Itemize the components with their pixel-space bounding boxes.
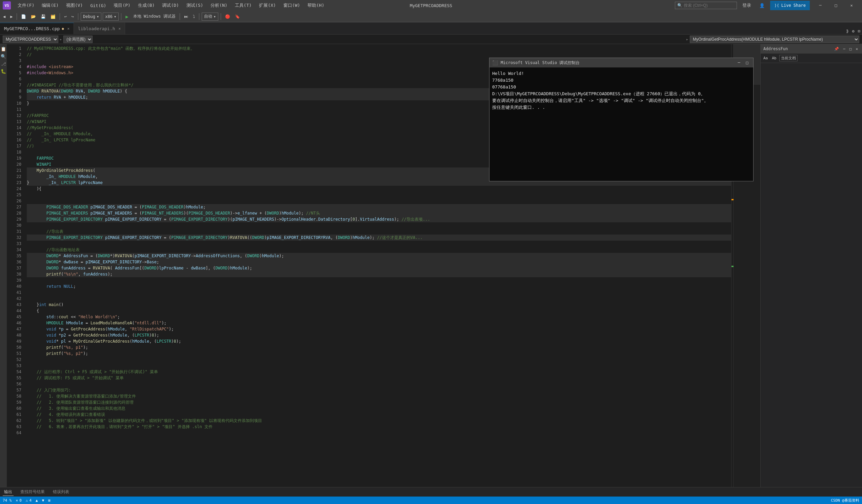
menu-item-b[interactable]: 生成(B) (134, 1, 158, 10)
line-number-58: 58 (7, 393, 21, 399)
rp-btn-aa[interactable]: Aa (762, 55, 769, 61)
menu-item-v[interactable]: 视图(V) (63, 1, 86, 10)
title-bar-left: VS 文件(F)编辑(E)视图(V)Git(G)项目(P)生成(B)调试(D)测… (3, 1, 328, 10)
maximize-button[interactable]: □ (828, 0, 844, 11)
function-dropdown[interactable]: MyOrdinalGetProcAddress(HMODULE hModule,… (690, 36, 859, 43)
save-all-button[interactable]: 🗂️ (49, 14, 57, 19)
forward-button[interactable]: ▶ (9, 14, 14, 19)
line-number-1: 1 (7, 45, 21, 52)
line-numbers: 1234567891011121314151617181920212223242… (7, 44, 25, 487)
code-line-45: std::cout << "Hello World!\n"; (27, 314, 733, 320)
save-button[interactable]: 💾 (39, 14, 48, 19)
open-file-button[interactable]: 📂 (29, 14, 38, 19)
nav-down[interactable]: ▼ (42, 498, 44, 503)
console-window[interactable]: ⬛ Microsoft Visual Studio 调试控制台 ─ □ Hell… (489, 58, 754, 181)
bookmark-button[interactable]: 🔖 (233, 14, 242, 19)
right-panel-maximize[interactable]: □ (848, 46, 853, 52)
code-line-46: HMODULE hModule = LoadModuleHandleA("ntd… (27, 320, 733, 326)
auto-dropdown[interactable]: 自动 ▾ (202, 13, 218, 21)
profile-icon[interactable]: 👤 (757, 2, 768, 10)
close-button[interactable]: ✕ (844, 0, 859, 11)
menu-item-d[interactable]: 调试(D) (159, 1, 182, 10)
line-number-42: 42 (7, 295, 21, 302)
warning-count[interactable]: ⚠ 4 (26, 498, 31, 503)
toolbar: ◀ ▶ 📄 📂 💾 🗂️ ↩ ↪ Debug ▾ x86 ▾ ▶ 本地 Wind… (0, 11, 862, 22)
line-number-51: 51 (7, 350, 21, 357)
loc-separator-1: ▸ (60, 37, 62, 42)
menu-item-s[interactable]: 测试(S) (183, 1, 206, 10)
tab-error-list[interactable]: 错误列表 (52, 488, 70, 495)
menu-item-e[interactable]: 编辑(E) (38, 1, 62, 10)
scope-dropdown[interactable]: (全局范围) (63, 36, 93, 43)
redo-button[interactable]: ↪ (70, 14, 76, 19)
tab-1-close[interactable]: ✕ (119, 26, 121, 31)
line-number-52: 52 (7, 357, 21, 363)
rp-btn-ab[interactable]: Ab (770, 55, 778, 61)
step-over-button[interactable]: ⏭ (182, 14, 190, 19)
tab-1[interactable]: libloaderapi.h ✕ (74, 23, 125, 34)
console-line: 07768a150 (492, 84, 750, 91)
menu-item-p[interactable]: 项目(P) (110, 1, 133, 10)
menu-item-f[interactable]: 文件(F) (14, 1, 38, 10)
line-number-61: 61 (7, 411, 21, 417)
activity-git[interactable]: ⎇ (0, 60, 7, 67)
right-panel-minimize[interactable]: ─ (842, 46, 847, 52)
run-label[interactable]: 本地 Windows 调试器 (131, 13, 177, 20)
undo-button[interactable]: ↩ (62, 14, 68, 19)
line-number-21: 21 (7, 168, 21, 174)
tab-find-symbols[interactable]: 查找符号结果 (19, 488, 46, 495)
error-count[interactable]: ✕ 0 (16, 498, 22, 503)
location-bar: MyGETPRCOADDRESS ▸ (全局范围) ▸ MyOrdinalGet… (0, 35, 862, 44)
tab-0-close[interactable]: ✕ (67, 26, 69, 31)
start-button[interactable]: ▶ (124, 13, 130, 20)
code-line-39 (27, 277, 733, 283)
tab-0[interactable]: MyGETPRCO...DRESS.cpp ● ✕ (0, 23, 74, 34)
rp-btn-doc[interactable]: 当前文档 (779, 55, 798, 61)
code-line-38: printf("%s\n", funAddress); (27, 271, 733, 277)
nav-expand[interactable]: ⊠ (48, 498, 51, 503)
minimize-button[interactable]: ─ (812, 0, 828, 11)
right-panel-pin[interactable]: 📌 (833, 46, 840, 52)
line-number-59: 59 (7, 399, 21, 406)
activity-debug[interactable]: 🐛 (0, 68, 7, 75)
code-line-32: PIMAGE_EXPORT_DIRECTORY pIMAGE_EXPORT_DI… (27, 235, 733, 241)
line-number-5: 5 (7, 70, 21, 76)
tab-settings-button[interactable]: ⚙ (850, 28, 856, 34)
tab-1-label: libloaderapi.h (78, 26, 115, 31)
project-dropdown[interactable]: MyGETPRCOADDRESS (3, 36, 58, 43)
search-input[interactable] (684, 3, 734, 8)
breakpoint-button[interactable]: 🔴 (223, 14, 232, 19)
activity-search[interactable]: 🔍 (0, 53, 7, 59)
menu-item-n[interactable]: 分析(N) (207, 1, 231, 10)
line-number-53: 53 (7, 363, 21, 369)
tab-more-button[interactable]: ⟫ (844, 28, 850, 34)
back-button[interactable]: ◀ (1, 14, 7, 19)
line-number-49: 49 (7, 338, 21, 344)
nav-up[interactable]: ▲ (36, 498, 38, 503)
menu-item-x[interactable]: 扩展(X) (256, 1, 279, 10)
code-line-59: // 2. 使用团队资源管理器窗口连接到源代码管理 (27, 399, 733, 406)
menu-item-t[interactable]: 工具(T) (232, 1, 255, 10)
console-body[interactable]: Hello World!7768a15007768a150D:\VS项目\MyG… (489, 67, 753, 181)
code-line-62: // 5. 转到"项目" > "添加新项" 以创建新的代码文件，或转到"项目" … (27, 417, 733, 424)
error-icon: ✕ (16, 498, 18, 503)
step-into-button[interactable]: ⤵ (191, 14, 197, 19)
activity-explorer[interactable]: 📋 (0, 45, 7, 52)
zoom-level[interactable]: 74 % (3, 498, 12, 503)
menu-item-h[interactable]: 帮助(H) (304, 1, 327, 10)
platform-dropdown[interactable]: x86 ▾ (103, 13, 119, 21)
live-share-button[interactable]: ⟩⟨ Live Share (770, 1, 810, 10)
menu-item-gitg[interactable]: Git(G) (87, 2, 109, 10)
tab-output[interactable]: 输出 (3, 488, 14, 496)
new-file-button[interactable]: 📄 (19, 14, 28, 19)
menu-item-w[interactable]: 窗口(W) (280, 1, 303, 10)
debug-config-dropdown[interactable]: Debug ▾ (81, 13, 101, 21)
console-maximize[interactable]: □ (744, 59, 750, 66)
console-minimize[interactable]: ─ (735, 59, 742, 66)
code-line-25 (27, 192, 733, 198)
login-button[interactable]: 登录 (740, 1, 754, 10)
right-panel-close[interactable]: ✕ (854, 46, 859, 52)
tab-split-button[interactable]: ⊡ (856, 28, 862, 34)
line-number-18: 18 (7, 149, 21, 155)
line-number-40: 40 (7, 283, 21, 290)
